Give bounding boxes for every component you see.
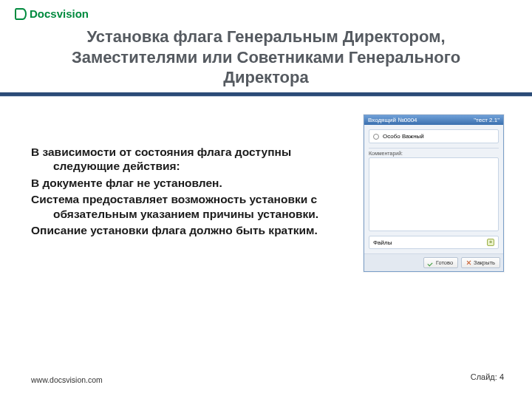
ok-button[interactable]: Готово	[423, 257, 458, 268]
close-label: Закрыть	[474, 259, 495, 266]
dialog-window: Входящий №0004 "тест 2.1" Особо Важный К…	[364, 115, 504, 272]
files-label: Файлы	[373, 239, 392, 246]
dialog-titlebar: Входящий №0004 "тест 2.1"	[364, 115, 503, 125]
importance-option[interactable]: Особо Важный	[369, 129, 499, 143]
footer-slide: Слайд: 4	[471, 372, 504, 381]
separator	[369, 148, 499, 149]
comment-label: Комментарий:	[369, 151, 499, 156]
paragraph: Описание установки флага должно быть кра…	[31, 223, 327, 237]
ok-label: Готово	[436, 259, 453, 266]
paragraph: Система предоставляет возможность устано…	[31, 192, 327, 221]
paragraph: В документе флаг не установлен.	[31, 176, 327, 190]
brand-name: Docsvision	[30, 7, 89, 20]
dialog-title-left: Входящий №0004	[368, 117, 417, 123]
close-button[interactable]: Закрыть	[461, 257, 500, 268]
title-divider	[0, 92, 532, 97]
slide-number: 4	[499, 372, 504, 381]
importance-label: Особо Важный	[383, 133, 424, 140]
add-file-button[interactable]: +	[487, 239, 494, 246]
check-icon	[429, 260, 434, 265]
files-row: Файлы +	[369, 236, 499, 249]
slide-label: Слайд:	[471, 372, 497, 381]
dialog-buttons: Готово Закрыть	[364, 253, 503, 271]
close-icon	[466, 260, 471, 265]
radio-icon	[373, 134, 379, 140]
brand-logo: Docsvision	[15, 7, 89, 20]
body-text: В зависимости от состояния флага доступн…	[31, 145, 327, 239]
comment-textarea[interactable]	[369, 157, 499, 231]
dialog-title-right: "тест 2.1"	[474, 117, 499, 123]
slide-title: Установка флага Генеральным Директором, …	[30, 27, 502, 88]
paragraph: В зависимости от состояния флага доступн…	[31, 145, 327, 174]
footer-url: www.docsvision.com	[31, 375, 103, 384]
paperclip-icon	[15, 8, 27, 20]
